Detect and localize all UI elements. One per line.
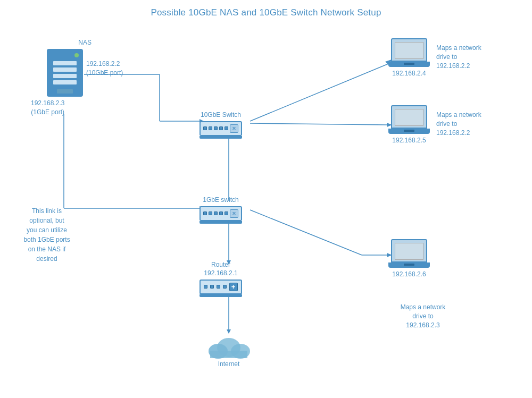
nas-icon [47,49,83,97]
svg-line-13 [250,64,388,121]
switch-1gbe-label: 1GbE switch [203,196,238,205]
router-icon: + [200,280,242,294]
pc3-ip: 192.168.2.6 [392,270,426,279]
pc1-ip: 192.168.2.4 [392,69,426,78]
svg-line-15 [250,123,388,125]
svg-line-17 [250,210,362,255]
switch-10gbe-icon: ✕ [200,121,242,136]
nas-label-above: NAS [78,38,92,47]
optional-link-note: This link is optional, but you can utili… [15,206,84,264]
nas-10gbe-label: 192.168.2.2(10GbE port) [86,60,123,78]
pc3-icon [388,239,430,268]
switch-10gbe-x-icon: ✕ [230,124,238,133]
page-title: Possible 10GbE NAS and 10GbE Switch Netw… [0,0,532,18]
switch-1gbe-icon: ✕ [200,206,242,221]
pc3-maps-label: Maps a network drive to 192.168.2.3 [388,303,458,329]
pc3-node: 192.168.2.6 Maps a network drive to 192.… [388,239,430,279]
pc1-node: 192.168.2.4 Maps a network drive to 192.… [388,38,430,78]
nas-1gbe-label: 192.168.2.3(1GbE port) [31,99,64,117]
switch-1gbe-node: 1GbE switch ✕ [200,196,242,224]
router-plus-icon: + [229,283,238,291]
cloud-icon [205,333,253,362]
pc1-icon [388,38,430,67]
switch-10gbe-node: 10GbE Switch ✕ [200,111,242,139]
switch-10gbe-label: 10GbE Switch [201,111,241,120]
router-ip: 192.168.2.1 [204,269,237,278]
pc2-node: 192.168.2.5 Maps a network drive to 192.… [388,105,430,145]
switch-1gbe-x-icon: ✕ [230,209,238,218]
pc2-ip: 192.168.2.5 [392,136,426,145]
router-label: Router [211,260,230,269]
internet-label: Internet [218,360,240,369]
svg-point-24 [209,344,228,359]
nas-node: NAS 192.168.2.2(10GbE port) 192.168.2.3(… [47,38,123,116]
router-node: Router 192.168.2.1 + [200,260,242,297]
pc1-maps-label: Maps a network drive to 192.168.2.2 [436,44,495,70]
pc2-maps-label: Maps a network drive to 192.168.2.2 [436,111,495,137]
pc2-icon [388,105,430,134]
internet-node: Internet [205,333,253,369]
